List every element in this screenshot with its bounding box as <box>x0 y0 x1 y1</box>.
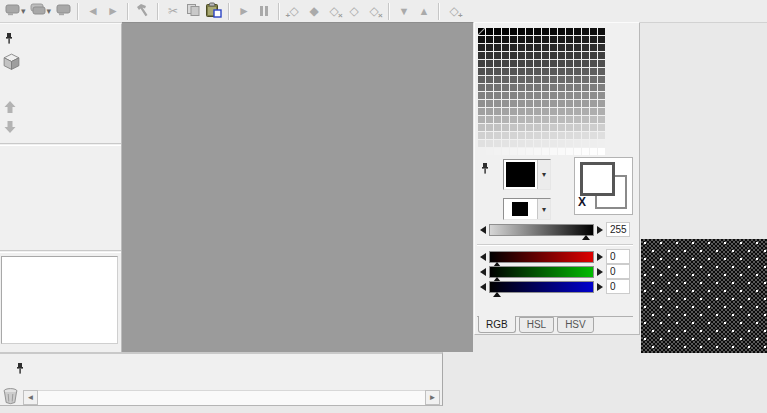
palette-cell[interactable] <box>526 100 533 107</box>
palette-cell[interactable] <box>590 84 597 91</box>
pin-icon[interactable] <box>4 32 14 47</box>
palette-cell[interactable] <box>550 68 557 75</box>
palette-cell[interactable] <box>494 28 501 35</box>
palette-cell[interactable] <box>574 124 581 131</box>
palette-cell[interactable] <box>518 44 525 51</box>
palette-cell[interactable] <box>502 140 509 147</box>
frame-list[interactable] <box>1 256 118 344</box>
pause-button[interactable] <box>254 1 274 21</box>
palette-cell[interactable] <box>502 100 509 107</box>
palette-cell[interactable] <box>550 124 557 131</box>
palette-cell[interactable] <box>566 92 573 99</box>
palette-cell[interactable] <box>494 124 501 131</box>
palette-cell[interactable] <box>582 92 589 99</box>
add-frame-button[interactable]: ◇ + <box>284 1 304 21</box>
palette-cell[interactable] <box>518 148 525 155</box>
palette-cell[interactable] <box>526 44 533 51</box>
palette-cell[interactable] <box>502 116 509 123</box>
palette-cell[interactable] <box>542 124 549 131</box>
palette-cell[interactable] <box>526 52 533 59</box>
palette-cell[interactable] <box>534 36 541 43</box>
palette-cell[interactable] <box>534 124 541 131</box>
palette-cell[interactable] <box>542 108 549 115</box>
palette-cell[interactable] <box>582 124 589 131</box>
palette-cell[interactable] <box>486 84 493 91</box>
tab-rgb[interactable]: RGB <box>478 316 516 333</box>
arrow-down-icon[interactable] <box>3 120 17 136</box>
hscroll-right-button[interactable]: ► <box>425 390 440 405</box>
palette-cell[interactable] <box>486 100 493 107</box>
palette-cell[interactable] <box>518 92 525 99</box>
palette-cell[interactable] <box>550 44 557 51</box>
palette-cell[interactable] <box>582 28 589 35</box>
palette-cell[interactable] <box>590 124 597 131</box>
palette-cell[interactable] <box>550 60 557 67</box>
palette-cell[interactable] <box>534 28 541 35</box>
palette-cell[interactable] <box>478 100 485 107</box>
palette-cell[interactable] <box>566 44 573 51</box>
palette-cell[interactable] <box>478 140 485 147</box>
onion-skin-button[interactable]: ◇ + <box>444 1 464 21</box>
palette-cell[interactable] <box>550 100 557 107</box>
palette-cell[interactable] <box>598 140 605 147</box>
palette-cell[interactable] <box>494 84 501 91</box>
palette-cell[interactable] <box>550 108 557 115</box>
palette-cell[interactable] <box>574 100 581 107</box>
palette-cell[interactable] <box>486 140 493 147</box>
palette-cell[interactable] <box>542 92 549 99</box>
palette-cell[interactable] <box>494 108 501 115</box>
palette-cell[interactable] <box>598 44 605 51</box>
palette-cell[interactable] <box>566 116 573 123</box>
palette-cell[interactable] <box>534 116 541 123</box>
palette-cell[interactable] <box>542 140 549 147</box>
delete-frame-button[interactable]: ◇ × <box>324 1 344 21</box>
palette-cell[interactable] <box>502 124 509 131</box>
red-slider-increment[interactable] <box>597 253 603 261</box>
palette-cell[interactable] <box>566 76 573 83</box>
palette-cell[interactable] <box>582 36 589 43</box>
palette-cell[interactable] <box>526 84 533 91</box>
palette-cell[interactable] <box>518 108 525 115</box>
palette-cell[interactable] <box>542 148 549 155</box>
palette-cell[interactable] <box>566 124 573 131</box>
palette-cell[interactable] <box>550 28 557 35</box>
palette-cell[interactable] <box>590 76 597 83</box>
pin-icon[interactable] <box>15 362 25 377</box>
palette-cell[interactable] <box>534 84 541 91</box>
palette-cell[interactable] <box>534 108 541 115</box>
palette-cell[interactable] <box>542 60 549 67</box>
alpha-slider-track[interactable] <box>489 224 594 236</box>
blue-slider-increment[interactable] <box>597 283 603 291</box>
cube-icon[interactable] <box>2 52 21 73</box>
palette-cell[interactable] <box>598 60 605 67</box>
palette-cell[interactable] <box>574 52 581 59</box>
palette-cell[interactable] <box>590 140 597 147</box>
palette-cell[interactable] <box>574 28 581 35</box>
cut-button[interactable]: ✂ <box>163 1 183 21</box>
palette-cell[interactable] <box>518 76 525 83</box>
green-slider-decrement[interactable] <box>480 268 486 276</box>
palette-cell[interactable] <box>598 100 605 107</box>
palette-cell[interactable] <box>486 60 493 67</box>
blue-slider-decrement[interactable] <box>480 283 486 291</box>
alpha-slider-increment[interactable] <box>597 226 603 234</box>
palette-cell[interactable] <box>582 84 589 91</box>
palette-cell[interactable] <box>574 116 581 123</box>
palette-cell[interactable] <box>494 100 501 107</box>
palette-cell[interactable] <box>590 44 597 51</box>
palette-cell[interactable] <box>590 116 597 123</box>
palette-cell[interactable] <box>558 140 565 147</box>
palette-cell[interactable] <box>574 60 581 67</box>
palette-cell[interactable] <box>550 148 557 155</box>
palette-cell[interactable] <box>534 52 541 59</box>
palette-cell[interactable] <box>502 132 509 139</box>
palette-cell[interactable] <box>510 92 517 99</box>
palette-cell[interactable] <box>558 108 565 115</box>
blue-value-input[interactable] <box>606 279 630 294</box>
palette-cell[interactable] <box>542 76 549 83</box>
palette-cell[interactable] <box>526 68 533 75</box>
palette-cell[interactable] <box>574 44 581 51</box>
palette-cell[interactable] <box>558 92 565 99</box>
palette-cell[interactable] <box>558 60 565 67</box>
palette-cell[interactable] <box>574 84 581 91</box>
